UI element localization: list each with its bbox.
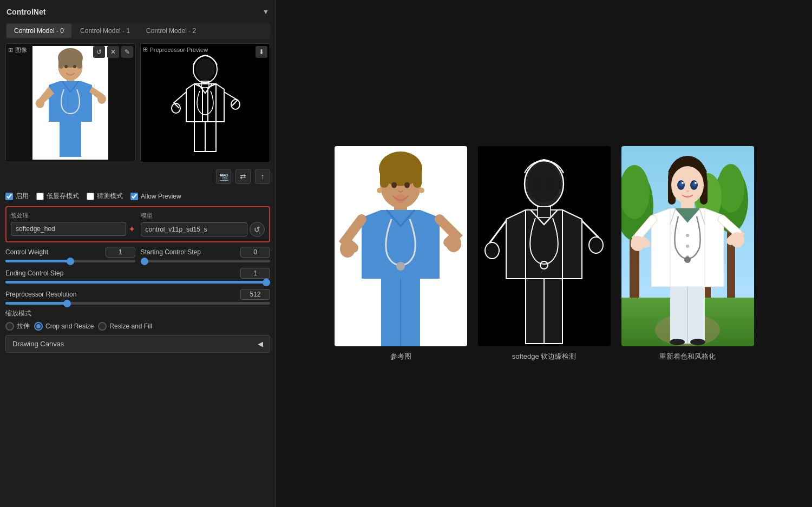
svg-rect-44 (526, 210, 562, 279)
tab-control-model-1[interactable]: Control Model - 1 (73, 24, 137, 38)
svg-rect-25 (380, 169, 389, 188)
svg-point-5 (64, 65, 68, 68)
tab-control-model-0[interactable]: Control Model - 0 (6, 24, 71, 38)
ending-step-label: Ending Control Step (5, 269, 63, 277)
gallery-caption-1: softedge 软边缘检测 (512, 352, 577, 361)
preproc-res-label: Preprocessor Resolution (5, 291, 76, 298)
gallery-image-softedge (478, 146, 611, 346)
svg-rect-26 (413, 169, 422, 188)
zoom-crop-label: Crop and Resize (45, 322, 94, 330)
gallery-outline-svg (478, 146, 611, 346)
low-mem-checkbox[interactable] (36, 193, 44, 200)
slider-section: Control Weight Starting Control Step End… (5, 247, 270, 305)
control-weight-slider[interactable] (5, 260, 135, 262)
svg-point-21 (195, 58, 215, 80)
ending-step-row: Ending Control Step (5, 268, 270, 284)
svg-point-34 (340, 240, 355, 258)
starting-step-value[interactable] (240, 247, 270, 258)
source-refresh-button[interactable]: ↺ (93, 46, 105, 58)
svg-point-72 (695, 182, 697, 184)
allow-preview-checkbox[interactable] (130, 193, 138, 200)
source-edit-button[interactable]: ✎ (121, 46, 133, 58)
starting-step-label: Starting Control Step (141, 248, 201, 256)
camera-button[interactable]: 📷 (216, 169, 231, 184)
zoom-stretch-option[interactable]: 拉伸 (5, 321, 30, 331)
svg-point-80 (730, 232, 744, 247)
control-weight-value[interactable] (106, 247, 135, 258)
swap-button[interactable]: ⇄ (235, 169, 251, 184)
allow-preview-checkbox-label[interactable]: Allow Preview (130, 193, 181, 200)
drawing-canvas-button[interactable]: Drawing Canvas ◀ (5, 335, 270, 353)
preview-image-label: ⊞ Preprocessor Preview (143, 46, 208, 53)
svg-point-84 (690, 339, 705, 345)
two-col-sliders: Control Weight Starting Control Step (5, 247, 270, 262)
ending-step-slider[interactable] (5, 281, 270, 284)
svg-point-47 (589, 237, 603, 253)
svg-point-29 (395, 194, 406, 203)
model-refresh-button[interactable]: ↺ (250, 222, 265, 237)
starting-step-slider[interactable] (141, 260, 271, 262)
gallery-image-anime (621, 146, 754, 346)
preview-figure (141, 44, 270, 162)
svg-point-32 (419, 188, 424, 193)
model-field-group: 模型 control_v11p_sd15_s control_v11p_sd15… (141, 212, 265, 237)
svg-point-10 (97, 94, 106, 104)
panel-title: ControlNet (6, 8, 45, 16)
source-image-label: ⊞ 图像 (8, 46, 27, 54)
svg-point-71 (682, 182, 684, 184)
upload-button[interactable]: ↑ (255, 169, 270, 184)
zoom-section: 缩放模式 拉伸 Crop and Resize Resize and Fill (5, 309, 270, 331)
zoom-crop-radio[interactable] (34, 322, 43, 331)
zoom-crop-option[interactable]: Crop and Resize (34, 321, 94, 331)
svg-point-36 (396, 262, 405, 271)
source-close-button[interactable]: ✕ (107, 46, 119, 58)
drawing-canvas-label: Drawing Canvas (12, 340, 64, 348)
enable-checkbox-label[interactable]: 启用 (5, 192, 29, 201)
svg-point-28 (404, 182, 410, 188)
control-weight-header: Control Weight (5, 247, 135, 258)
preproc-res-value[interactable] (240, 289, 270, 300)
panel-collapse-icon[interactable]: ▼ (263, 8, 269, 16)
low-mem-checkbox-label[interactable]: 低显存模式 (36, 192, 79, 201)
gallery-caption-0: 参考图 (390, 352, 411, 361)
right-panel: 参考图 (276, 0, 812, 507)
model-dropdown[interactable]: control_v11p_sd15_s control_v11p_sd15_ca… (141, 222, 248, 236)
nurse-svg (32, 46, 108, 160)
enable-checkbox[interactable] (5, 193, 13, 200)
source-image-controls: ↺ ✕ ✎ (93, 46, 133, 58)
preview-image-controls: ⬇ (256, 46, 267, 58)
svg-point-83 (670, 339, 685, 345)
model-field-row: control_v11p_sd15_s control_v11p_sd15_ca… (141, 222, 265, 237)
panel-header: ControlNet ▼ (5, 5, 270, 18)
zoom-stretch-radio[interactable] (5, 322, 14, 331)
zoom-fill-radio[interactable] (98, 322, 107, 331)
svg-point-79 (631, 236, 645, 251)
svg-point-78 (684, 256, 691, 263)
model-label: 模型 (141, 212, 265, 220)
preprocessor-dropdown[interactable]: softedge_hed canny depth none (11, 222, 126, 236)
svg-rect-4 (77, 58, 82, 69)
preprocessor-label: 预处理 (11, 212, 135, 220)
svg-point-59 (717, 164, 744, 213)
preproc-model-section: 预处理 softedge_hed canny depth none ✦ 模型 c… (5, 206, 270, 242)
svg-point-75 (686, 234, 689, 237)
spark-icon[interactable]: ✦ (128, 224, 135, 234)
guess-mode-checkbox-label[interactable]: 猜测模式 (87, 192, 123, 201)
guess-mode-checkbox[interactable] (87, 193, 94, 200)
zoom-fill-option[interactable]: Resize and Fill (98, 321, 152, 331)
svg-point-51 (528, 163, 560, 202)
tabs-container: Control Model - 0 Control Model - 1 Cont… (5, 23, 270, 39)
tab-control-model-2[interactable]: Control Model - 2 (139, 24, 204, 38)
control-weight-label: Control Weight (5, 248, 48, 256)
svg-point-6 (73, 65, 76, 68)
gallery-item-anime: 重新着色和风格化 (621, 146, 754, 361)
preproc-model-row: 预处理 softedge_hed canny depth none ✦ 模型 c… (11, 212, 265, 237)
ending-step-header: Ending Control Step (5, 268, 270, 279)
preprocessor-field-row: softedge_hed canny depth none ✦ (11, 222, 135, 236)
preproc-res-slider[interactable] (5, 302, 270, 305)
ending-step-value[interactable] (240, 268, 270, 279)
outline-svg (167, 49, 243, 157)
preview-download-button[interactable]: ⬇ (256, 46, 267, 58)
gallery: 参考图 (335, 146, 754, 361)
preprocessor-field-group: 预处理 softedge_hed canny depth none ✦ (11, 212, 135, 237)
